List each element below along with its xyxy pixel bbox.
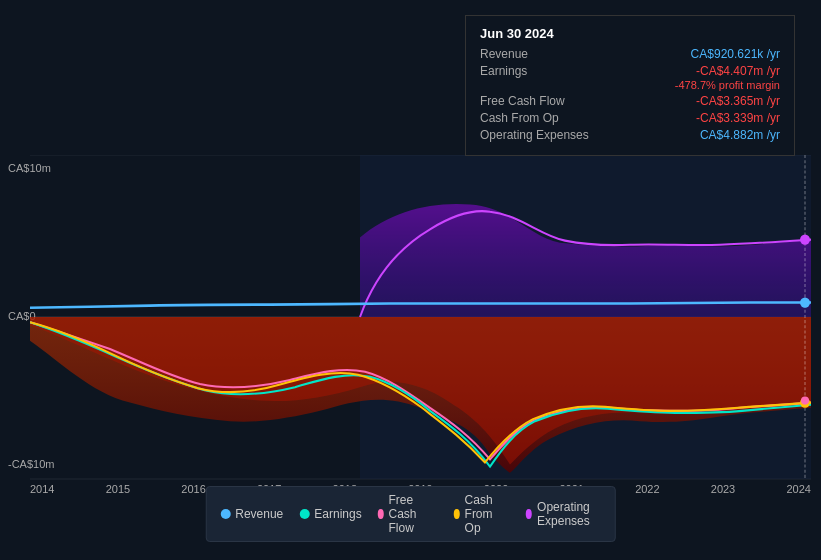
legend-dot-earnings (299, 509, 309, 519)
legend-revenue: Revenue (220, 507, 283, 521)
legend-cashfromop: Cash From Op (454, 493, 510, 535)
tooltip-row-revenue: Revenue CA$920.621k /yr (480, 47, 780, 61)
revenue-dot (800, 297, 810, 307)
legend-fcf: Free Cash Flow (378, 493, 438, 535)
legend-opex: Operating Expenses (526, 500, 601, 528)
legend-dot-opex (526, 509, 532, 519)
x-label-2015: 2015 (106, 483, 130, 495)
x-label-2022: 2022 (635, 483, 659, 495)
tooltip-profit-margin: -478.7% profit margin (480, 79, 780, 91)
x-label-2024: 2024 (786, 483, 810, 495)
tooltip-title: Jun 30 2024 (480, 26, 780, 41)
legend-label-revenue: Revenue (235, 507, 283, 521)
tooltip-box: Jun 30 2024 Revenue CA$920.621k /yr Earn… (465, 15, 795, 156)
tooltip-row-earnings: Earnings -CA$4.407m /yr (480, 64, 780, 78)
opex-dot (800, 234, 810, 244)
legend-label-opex: Operating Expenses (537, 500, 601, 528)
chart-area (30, 155, 811, 480)
legend-dot-fcf (378, 509, 384, 519)
x-label-2014: 2014 (30, 483, 54, 495)
legend-dot-revenue (220, 509, 230, 519)
chart-svg (30, 155, 811, 480)
tooltip-row-cashfromop: Cash From Op -CA$3.339m /yr (480, 111, 780, 125)
x-label-2016: 2016 (181, 483, 205, 495)
fcf-dot (801, 396, 809, 404)
legend-label-earnings: Earnings (314, 507, 361, 521)
legend-label-cashfromop: Cash From Op (465, 493, 511, 535)
tooltip-row-opex: Operating Expenses CA$4.882m /yr (480, 128, 780, 142)
x-label-2023: 2023 (711, 483, 735, 495)
legend-earnings: Earnings (299, 507, 361, 521)
tooltip-row-fcf: Free Cash Flow -CA$3.365m /yr (480, 94, 780, 108)
chart-container: Jun 30 2024 Revenue CA$920.621k /yr Earn… (0, 0, 821, 560)
chart-legend: Revenue Earnings Free Cash Flow Cash Fro… (205, 486, 616, 542)
legend-label-fcf: Free Cash Flow (388, 493, 437, 535)
legend-dot-cashfromop (454, 509, 460, 519)
